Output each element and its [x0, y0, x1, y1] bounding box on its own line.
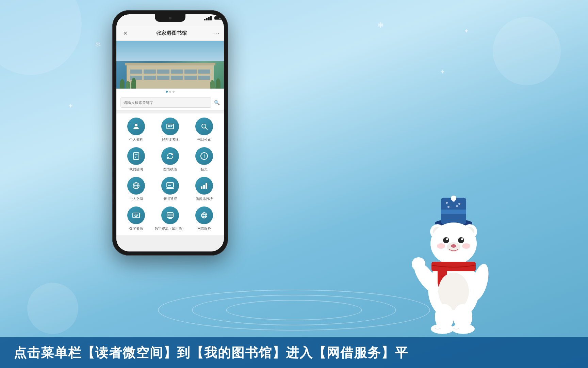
- foot-left: [431, 324, 454, 334]
- interlibrary-label: 网借服务: [197, 226, 211, 231]
- search-bar[interactable]: 🔍: [116, 95, 224, 111]
- profile-label: 个人资料: [129, 137, 143, 142]
- hand-left: [412, 257, 425, 271]
- book-search-label: 书目检索: [197, 137, 211, 142]
- battery-icon: [214, 16, 221, 20]
- window: [144, 76, 156, 80]
- window: [157, 76, 169, 80]
- menu-item-profile[interactable]: 个人资料: [119, 118, 153, 142]
- window: [130, 70, 142, 74]
- signal-icon: [204, 16, 212, 20]
- tree-group-left: [120, 78, 136, 89]
- window: [198, 76, 210, 80]
- battery-tip: [222, 17, 222, 19]
- close-button[interactable]: ✕: [120, 30, 130, 36]
- svg-point-25: [136, 215, 137, 216]
- tree: [131, 78, 136, 89]
- reader-card-label: 解押读者证: [162, 137, 179, 142]
- eye-left: [443, 237, 449, 243]
- app-title: 张家港图书馆: [156, 30, 187, 36]
- subtitle-bar: 点击菜单栏【读者微空间】到【我的图书馆】进入【网借服务】平: [0, 337, 588, 368]
- menu-grid: 个人资料 解押读者证: [116, 113, 224, 235]
- svg-point-5: [202, 124, 206, 128]
- menu-item-my-borrow[interactable]: 我的借阅: [119, 147, 153, 171]
- hat-stripe: [441, 210, 466, 214]
- phone-mockup: ✕ 张家港图书馆 ···: [112, 10, 228, 256]
- windows-row-1: [130, 70, 210, 74]
- svg-point-36: [458, 203, 460, 205]
- phone-notch: [155, 14, 185, 22]
- dot-2: [169, 91, 171, 93]
- menu-item-reader-card[interactable]: 解押读者证: [153, 118, 187, 142]
- window: [184, 70, 197, 74]
- my-borrow-icon: [127, 147, 145, 165]
- svg-rect-21: [203, 185, 205, 189]
- search-icon[interactable]: 🔍: [214, 100, 220, 105]
- deco-circle-1: [0, 0, 82, 75]
- sparkle-snowflake: ❄: [377, 20, 384, 30]
- search-input[interactable]: [120, 97, 211, 108]
- menu-item-rank[interactable]: 借阅排行榜: [187, 177, 221, 201]
- menu-item-renew[interactable]: 图书续借: [153, 147, 187, 171]
- window: [171, 70, 183, 74]
- svg-point-34: [446, 202, 448, 204]
- svg-rect-22: [206, 183, 207, 189]
- my-borrow-label: 我的借阅: [129, 167, 143, 171]
- sparkle-3: ✦: [464, 27, 469, 35]
- book-search-icon: [195, 118, 213, 135]
- digital-trial-icon: [161, 206, 179, 224]
- window: [144, 70, 156, 74]
- menu-item-interlibrary[interactable]: 网借服务: [187, 206, 221, 231]
- window: [171, 76, 183, 80]
- sparkle-1: ❄: [95, 41, 100, 48]
- phone-outer: ✕ 张家港图书馆 ···: [112, 10, 228, 256]
- subtitle-text: 点击菜单栏【读者微空间】到【我的图书馆】进入【网借服务】平: [14, 344, 408, 362]
- menu-item-new-books[interactable]: 新书通报: [153, 177, 187, 201]
- carousel-dots: [116, 89, 224, 95]
- personal-space-icon: [127, 177, 145, 195]
- menu-item-book-search[interactable]: 书目检索: [187, 118, 221, 142]
- new-books-icon: [161, 177, 179, 195]
- app-header: ✕ 张家港图书馆 ···: [116, 26, 224, 41]
- svg-point-37: [447, 206, 450, 208]
- personal-space-label: 个人空间: [129, 197, 143, 201]
- dot-3: [173, 91, 175, 93]
- battery-fill: [215, 17, 219, 19]
- menu-item-digital-trial[interactable]: 数字资源（试用版）: [153, 206, 187, 231]
- window: [184, 76, 197, 80]
- svg-point-12: [204, 157, 205, 158]
- new-books-label: 新书通报: [163, 197, 177, 201]
- signal-bar-3: [208, 17, 210, 20]
- ripple-3: [226, 300, 362, 320]
- svg-point-30: [201, 213, 207, 218]
- building-roof: [125, 63, 215, 65]
- tree: [126, 81, 130, 89]
- cheek-left: [437, 243, 445, 249]
- renew-icon: [161, 147, 179, 165]
- svg-point-38: [456, 205, 458, 207]
- menu-item-personal-space[interactable]: 个人空间: [119, 177, 153, 201]
- svg-point-0: [135, 124, 137, 126]
- lost-label: 挂失: [201, 167, 208, 171]
- dot-1: [166, 91, 168, 93]
- sparkle-4: ✦: [68, 102, 73, 110]
- tree: [216, 78, 220, 89]
- deco-circle-3: [27, 283, 78, 334]
- more-button[interactable]: ···: [213, 30, 220, 36]
- hero-image: [116, 41, 224, 89]
- windows-row-2: [130, 76, 210, 80]
- interlibrary-icon: [195, 206, 213, 224]
- rank-label: 借阅排行榜: [196, 197, 213, 201]
- window: [198, 70, 210, 74]
- phone-content[interactable]: 🔍 个人资料: [116, 41, 224, 251]
- signal-bar-2: [206, 18, 208, 20]
- menu-item-digital-resources[interactable]: 数字资源: [119, 206, 153, 231]
- svg-point-31: [203, 213, 206, 218]
- eye-right: [458, 237, 464, 243]
- signal-bar-1: [204, 19, 206, 20]
- digital-trial-label: 数字资源（试用版）: [155, 226, 185, 231]
- svg-rect-2: [168, 125, 170, 127]
- digital-resources-icon: [127, 206, 145, 224]
- svg-line-6: [206, 128, 207, 129]
- menu-item-lost[interactable]: 挂失: [187, 147, 221, 171]
